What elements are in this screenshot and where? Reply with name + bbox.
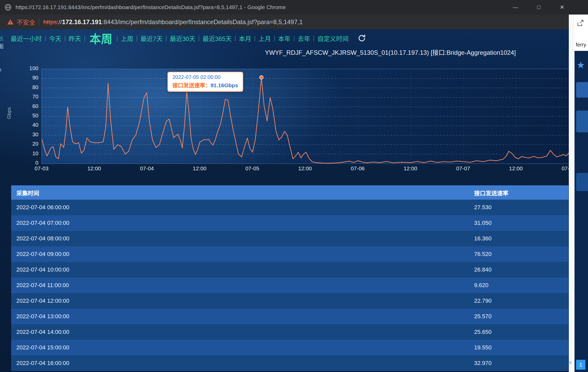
- y-tick-label: 0: [17, 160, 38, 166]
- y-tick-label: 60: [17, 103, 38, 109]
- dashboard-page: 最近一小时|今天|昨天|本周|上周|最近7天|最近30天|最近365天|本月|上…: [0, 29, 569, 372]
- background-block: [576, 111, 588, 132]
- cell-collect-time: 2022-07-04 15:00:00: [11, 344, 474, 351]
- background-window-toolbar: ferry 管: [575, 15, 588, 51]
- column-header-time: 采集时间: [11, 188, 474, 197]
- cell-send-rate: 22.790: [474, 297, 569, 304]
- cell-send-rate: 25.570: [474, 313, 569, 320]
- cell-send-rate: 19.550: [474, 344, 569, 351]
- time-range-item-9[interactable]: 本月: [239, 34, 251, 43]
- table-row: 2022-07-04 08:00:0016.360: [11, 231, 569, 246]
- cell-collect-time: 2022-07-04 08:00:00: [11, 235, 474, 242]
- nav-separator: |: [136, 35, 138, 42]
- cell-send-rate: 9.620: [474, 282, 569, 289]
- chart-tooltip: 2022-07-05 02:00:00 接口发送速率：91.16Gbps: [167, 72, 243, 92]
- time-range-item-2[interactable]: 今天: [49, 34, 61, 43]
- time-range-item-7[interactable]: 最近30天: [170, 34, 196, 43]
- window-controls: — □ ✕: [500, 0, 570, 15]
- column-header-rate: 接口发送速率: [474, 188, 569, 197]
- x-tick-label: 07-07: [448, 165, 479, 172]
- y-tick-label: 50: [17, 112, 38, 119]
- time-range-item-8[interactable]: 最近365天: [203, 34, 232, 43]
- table-row: 2022-07-04 15:00:0019.550: [11, 340, 569, 355]
- y-axis-unit: Gbps: [6, 107, 12, 119]
- url-host: 172.16.17.191: [62, 18, 102, 25]
- chart-svg[interactable]: [42, 69, 569, 164]
- cell-send-rate: 26.840: [474, 266, 569, 273]
- tooltip-time: 2022-07-05 02:00:00: [172, 74, 238, 80]
- cell-collect-time: 2022-07-04 12:00:00: [11, 297, 474, 304]
- refresh-icon[interactable]: [358, 34, 366, 42]
- time-range-item-5[interactable]: 上周: [121, 34, 133, 43]
- x-tick-label: 07-08: [553, 165, 569, 172]
- time-range-item-1[interactable]: 最近一小时: [11, 34, 42, 43]
- globe-icon: [4, 3, 12, 11]
- nav-separator: |: [64, 35, 66, 42]
- popup-scrollbar-strip[interactable]: [569, 15, 575, 372]
- table-row: 2022-07-04 13:00:0025.570: [11, 309, 569, 324]
- url-path: :8443/imc/perfm/dashboard/perfInstanceDe…: [102, 18, 303, 25]
- x-tick-label: 12:00: [395, 165, 426, 172]
- nav-separator: |: [254, 35, 256, 42]
- time-range-item-10[interactable]: 上月: [259, 34, 271, 43]
- nav-separator: |: [45, 35, 46, 42]
- background-block: [576, 173, 588, 191]
- close-button[interactable]: ✕: [554, 0, 570, 15]
- x-tick-label: 12:00: [184, 165, 215, 172]
- cell-collect-time: 2022-07-04 16:00:00: [11, 360, 474, 367]
- url-text[interactable]: https://172.16.17.191:8443/imc/perfm/das…: [43, 18, 303, 26]
- x-tick-label: 12:00: [289, 165, 321, 172]
- cell-send-rate: 27.530: [474, 204, 569, 211]
- table-row: 2022-07-04 09:00:0076.520: [11, 246, 569, 262]
- time-range-item-12[interactable]: 去年: [298, 34, 310, 43]
- cell-collect-time: 2022-07-04 06:00:00: [11, 204, 474, 211]
- data-table: 采集时间 接口发送速率 2022-07-04 06:00:0027.530202…: [11, 185, 569, 371]
- y-tick-label: 40: [17, 122, 38, 128]
- collapse-chevrons-icon[interactable]: «: [568, 358, 572, 366]
- x-tick-label: 07-05: [237, 165, 268, 172]
- chart-plot[interactable]: [41, 69, 569, 164]
- y-tick-label: 30: [17, 131, 38, 138]
- minimize-button[interactable]: —: [507, 0, 524, 15]
- cell-collect-time: 2022-07-04 13:00:00: [11, 313, 474, 320]
- maximize-button[interactable]: □: [530, 0, 547, 15]
- table-header: 采集时间 接口发送速率: [11, 185, 569, 200]
- table-row: 2022-07-04 11:00:009.620: [11, 278, 569, 293]
- time-range-item-11[interactable]: 本年: [278, 34, 290, 43]
- cell-collect-time: 2022-07-04 09:00:00: [11, 251, 474, 258]
- table-row: 2022-07-04 14:00:0025.650: [11, 324, 569, 340]
- cell-collect-time: 2022-07-04 07:00:00: [11, 220, 474, 226]
- nav-separator: |: [84, 35, 85, 42]
- background-window-body: ★: [575, 51, 588, 372]
- security-divider: [39, 18, 39, 26]
- time-range-item-3[interactable]: 昨天: [68, 34, 81, 43]
- cell-send-rate: 25.650: [474, 329, 569, 335]
- table-row: 2022-07-04 07:00:0031.050: [11, 215, 569, 231]
- tooltip-value: 91.16Gbps: [211, 82, 238, 88]
- tooltip-line: 接口发送速率：91.16Gbps: [172, 81, 238, 89]
- edge-text-fragment: 面: [0, 42, 4, 50]
- address-bar[interactable]: 不安全 https://172.16.17.191:8443/imc/perfm…: [0, 15, 569, 29]
- time-range-item-13[interactable]: 自定义时间: [317, 34, 349, 43]
- chart-title: YWYF_RDJF_AFSCW_JKJRSW_5130S_01(10.17.19…: [259, 48, 521, 57]
- x-tick-label: 12:00: [500, 165, 531, 172]
- table-row: 2022-07-04 10:00:0026.840: [11, 262, 569, 278]
- page-number-badge[interactable]: 1: [576, 360, 585, 370]
- warning-icon: [7, 18, 14, 26]
- cell-send-rate: 32.970: [474, 360, 569, 367]
- cell-send-rate: 16.360: [474, 235, 569, 242]
- nav-separator: |: [165, 35, 167, 42]
- x-tick-label: 12:00: [79, 165, 110, 172]
- share-icon[interactable]: [577, 19, 584, 27]
- nav-separator: |: [293, 35, 295, 42]
- security-label[interactable]: 不安全: [17, 17, 35, 26]
- time-range-item-4[interactable]: 本周: [89, 30, 112, 46]
- edge-text-fragment: n: [0, 67, 1, 73]
- favorite-star-icon[interactable]: ★: [577, 60, 585, 71]
- url-scheme: https: [43, 18, 57, 25]
- nav-separator: |: [116, 35, 118, 42]
- tooltip-label: 接口发送速率：: [172, 82, 211, 88]
- background-block: [576, 82, 588, 98]
- time-range-item-6[interactable]: 最近7天: [141, 34, 163, 43]
- nav-separator: |: [198, 35, 200, 42]
